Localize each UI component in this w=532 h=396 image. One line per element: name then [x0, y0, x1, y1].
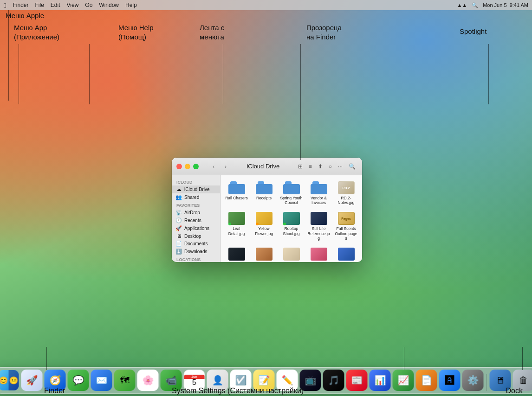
finder-window: ‹ › iCloud Drive ⊞ ≡ ⬆ ○ ··· 🔍 iCloud ☁ … — [172, 158, 362, 262]
menubar-edit[interactable]: Edit — [51, 2, 60, 8]
file-item-lone-pine[interactable]: Lone Pine.jpeg — [279, 245, 304, 262]
sidebar-item-recents[interactable]: 🕐 Recents — [172, 217, 220, 224]
sidebar-item-documents[interactable]: 📄 Documents — [172, 240, 220, 248]
dock-item-freeform[interactable]: ✏️ — [277, 370, 298, 391]
dock-item-finder[interactable]: 😊 😐 — [0, 370, 19, 391]
documents-icon: 📄 — [175, 241, 182, 247]
image-icon-skater — [338, 247, 355, 261]
dock-item-pages[interactable]: 📄 — [416, 370, 437, 391]
list-view-button[interactable]: ≡ — [307, 162, 314, 171]
file-name-vendor: Vendor & Invoices — [307, 196, 330, 205]
dock-item-reminders[interactable]: ☑️ — [230, 370, 252, 391]
menubar-window[interactable]: Window — [99, 2, 119, 8]
close-button[interactable] — [176, 164, 182, 169]
dock-item-news[interactable]: 📰 — [346, 370, 368, 391]
dock-item-messages[interactable]: 💬 — [68, 370, 89, 391]
file-item-pink[interactable]: Pink.jpeg — [306, 245, 331, 262]
file-item-spring-youth[interactable]: Spring Youth Council — [279, 179, 304, 207]
more-button[interactable]: ··· — [336, 162, 344, 171]
menubar-help[interactable]: Help — [125, 2, 137, 8]
dock-item-mail[interactable]: ✉️ — [91, 370, 112, 391]
sidebar-locations-label: Locations — [172, 255, 220, 262]
file-item-rooftop[interactable]: Rooftop Shoot.jpg — [279, 210, 304, 243]
dock-item-launchpad[interactable]: 🚀 — [21, 370, 43, 391]
dock-item-appstore[interactable]: 🅰 — [439, 370, 461, 391]
finder-title: iCloud Drive — [233, 163, 293, 170]
file-name-rd-notes: RD.2-Notes.jpg — [335, 196, 357, 205]
apple-menu[interactable]:  — [4, 1, 6, 9]
finder-content: iCloud ☁ iCloud Drive 👥 Shared Favorites… — [172, 175, 362, 262]
image-icon-rd-notes: RD.2 — [338, 181, 355, 195]
image-icon-lone-pine — [283, 247, 300, 261]
dock-divider — [487, 374, 487, 391]
file-item-mexico-city[interactable]: Mexico City.jpeg — [252, 245, 276, 262]
image-icon-fall-scents: Pages — [338, 211, 355, 225]
menubar-view[interactable]: View — [67, 2, 79, 8]
menubar-left:  Finder File Edit View Go Window Help — [4, 1, 457, 9]
dock-item-notes[interactable]: 📝 — [253, 370, 275, 391]
sidebar-item-desktop[interactable]: 🖥 Desktop — [172, 232, 220, 240]
file-item-rd-notes[interactable]: RD.2 RD.2-Notes.jpg — [334, 179, 358, 207]
file-item-leaf[interactable]: Leaf Detail.jpg — [224, 210, 249, 243]
icloud-drive-icon: ☁ — [175, 186, 182, 192]
tag-button[interactable]: ○ — [327, 162, 334, 171]
sidebar-item-shared[interactable]: 👥 Shared — [172, 193, 220, 201]
dock-item-calendar[interactable]: Jun 5 — [184, 370, 205, 391]
file-item-yellow-flower[interactable]: Yellow Flower.jpg — [252, 210, 276, 243]
file-item-still-life[interactable]: Still Life Reference.jpg — [306, 210, 331, 243]
airdrop-icon: 📡 — [175, 210, 182, 216]
sidebar-item-documents-label: Documents — [184, 241, 208, 246]
dock-item-system-settings[interactable]: ⚙️ — [462, 370, 484, 391]
image-icon-still-life — [311, 211, 327, 225]
sidebar-item-downloads[interactable]: ⬇️ Downloads — [172, 248, 220, 255]
dock-item-maps[interactable]: 🗺 — [114, 370, 136, 391]
dock-item-safari[interactable]: 🧭 — [45, 370, 66, 391]
dock-item-contacts[interactable]: 👤 — [207, 370, 228, 391]
dock-item-numbers[interactable]: 📈 — [393, 370, 414, 391]
applications-icon: 🚀 — [175, 225, 182, 231]
menubar-finder[interactable]: Finder — [13, 2, 28, 8]
finder-toolbar-icons: ⊞ ≡ ⬆ ○ ··· 🔍 — [296, 162, 357, 171]
share-button[interactable]: ⬆ — [316, 162, 324, 171]
sidebar-item-desktop-label: Desktop — [184, 234, 201, 239]
file-name-fall-scents: Fall Scents Outline.pages — [335, 226, 357, 241]
minimize-button[interactable] — [185, 164, 190, 169]
search-button[interactable]: 🔍 — [347, 162, 357, 171]
file-name-spring-youth: Spring Youth Council — [280, 196, 303, 205]
sidebar-item-icloud-label: iCloud Drive — [184, 187, 209, 192]
dock-item-trash[interactable]: 🗑 — [513, 370, 532, 391]
sidebar-item-applications[interactable]: 🚀 Applications — [172, 224, 220, 232]
dock-item-screensaver[interactable]: 🖥 — [490, 370, 511, 391]
maximize-button[interactable] — [193, 164, 199, 169]
sidebar-favorites-label: Favorites — [172, 201, 220, 209]
back-button[interactable]: ‹ — [209, 163, 218, 170]
finder-main: Rail Chasers Receipts — [221, 175, 362, 262]
sidebar-item-airdrop[interactable]: 📡 AirDrop — [172, 209, 220, 217]
file-item-skater[interactable]: Skater.jpeg — [334, 245, 358, 262]
menubar-file[interactable]: File — [35, 2, 44, 8]
file-item-fall-scents[interactable]: Pages Fall Scents Outline.pages — [334, 210, 358, 243]
dock-item-music[interactable]: 🎵 — [323, 370, 344, 391]
file-item-title-cover[interactable]: Title Cover.jpg — [224, 245, 249, 262]
dock-item-photos[interactable]: 🌸 — [137, 370, 159, 391]
dock-item-tv[interactable]: 📺 — [300, 370, 321, 391]
folder-icon-spring-youth — [283, 181, 300, 195]
wifi-icon: ▲▲ — [457, 2, 467, 8]
file-name-receipts: Receipts — [256, 196, 272, 200]
file-item-receipts[interactable]: Receipts — [252, 179, 276, 207]
finder-sidebar: iCloud ☁ iCloud Drive 👥 Shared Favorites… — [172, 175, 221, 262]
spotlight-icon[interactable]: 🔍 — [472, 2, 478, 8]
dock-item-facetime[interactable]: 📹 — [161, 370, 182, 391]
file-item-vendor[interactable]: Vendor & Invoices — [306, 179, 331, 207]
dock: 😊 😐 🚀 🧭 💬 ✉️ 🗺 🌸 📹 Jun 5 � — [0, 367, 532, 394]
dock-item-keynote[interactable]: 📊 — [370, 370, 391, 391]
menubar-go[interactable]: Go — [85, 2, 92, 8]
sidebar-item-shared-label: Shared — [184, 195, 199, 200]
file-item-rail-chasers[interactable]: Rail Chasers — [224, 179, 249, 207]
downloads-icon: ⬇️ — [175, 249, 182, 255]
sidebar-item-icloud-drive[interactable]: ☁ iCloud Drive — [172, 185, 220, 193]
sidebar-item-downloads-label: Downloads — [184, 249, 207, 254]
menubar-right: ▲▲ 🔍 Mon Jun 5 9:41 AM — [457, 2, 528, 8]
forward-button[interactable]: › — [221, 163, 230, 170]
grid-view-button[interactable]: ⊞ — [296, 162, 305, 171]
